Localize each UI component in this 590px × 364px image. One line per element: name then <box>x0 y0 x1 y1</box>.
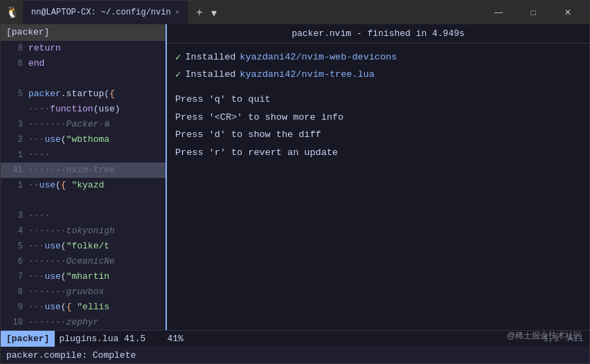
minimize-button[interactable]: — <box>483 1 515 24</box>
packer-header: [packer] <box>1 24 166 41</box>
terminal-icon: 🐧 <box>6 6 19 19</box>
code-lines: 8 return 6 end 5 packer.startup({ <box>1 41 166 330</box>
file-name: plugins.lua 41.5 <box>59 334 145 344</box>
code-line-end: 6 end <box>1 56 166 71</box>
new-tab-button[interactable]: + <box>193 6 205 19</box>
packer-title: packer.nvim - finished in 4.949s <box>167 24 589 44</box>
press-cr-text: Press '<CR>' to show more info <box>175 112 343 122</box>
vim-mode-indicator: [packer] <box>1 331 55 347</box>
window-controls: — □ ✕ <box>483 1 584 24</box>
close-button[interactable]: ✕ <box>552 1 584 24</box>
spacer-1 <box>175 83 581 90</box>
tab-dropdown-button[interactable]: ▾ <box>208 6 220 19</box>
code-line-folke: 5 ···use("folke/t <box>1 239 166 254</box>
tab-close-button[interactable]: × <box>175 8 180 17</box>
status-file: plugins.lua 41.5 41% <box>59 334 183 344</box>
install-line-2: ✓ Installed kyazdani42/nvim-tree.lua <box>175 66 581 84</box>
terminal-window: 🐧 nn@LAPTOP-CX: ~/.config/nvin × + ▾ — □… <box>0 0 590 364</box>
file-percent: 41% <box>167 334 183 344</box>
active-tab[interactable]: nn@LAPTOP-CX: ~/.config/nvin × <box>23 1 188 24</box>
command-line: packer.compile: Complete <box>1 347 589 363</box>
plugin-name-1: kyazdani42/nvim-web-devicons <box>240 49 397 66</box>
packer-title-text: packer.nvim - finished in 4.949s <box>292 28 465 39</box>
code-line-mhartin: 7 ···use("mhartin <box>1 269 166 284</box>
code-line-1: 1 ···· <box>1 147 166 163</box>
check-icon-2: ✓ <box>175 66 181 84</box>
press-r-line: Press 'r' to revert an update <box>175 145 581 161</box>
press-cr-line: Press '<CR>' to show more info <box>175 109 581 126</box>
code-line-8: 8 return <box>1 41 166 56</box>
code-line-fn: ····function(use) <box>1 102 166 117</box>
editor-area: [packer] 8 return 6 end 5 packer.start <box>1 24 589 330</box>
press-d-text: Press 'd' to show the diff <box>175 129 321 140</box>
status-bar: [packer] plugins.lua 41.5 41% 1,1 All <box>1 330 589 347</box>
code-line-oceanic: 6 ····--·OceanicNe <box>1 254 166 269</box>
install-line-1: ✓ Installed kyazdani42/nvim-web-devicons <box>175 49 581 66</box>
code-line-gruvbox: 8 ····--·gruvbox <box>1 284 166 300</box>
code-line-blank1 <box>1 71 166 87</box>
code-line-use-kyazd: 1 ··use({ "kyazd <box>1 178 166 193</box>
command-text: packer.compile: Complete <box>6 350 136 361</box>
press-q-line: Press 'q' to quit <box>175 91 581 108</box>
code-line-ellis: 9 ···use({ "ellis <box>1 300 166 315</box>
press-d-line: Press 'd' to show the diff <box>175 127 581 143</box>
press-q-text: Press 'q' to quit <box>175 94 271 104</box>
code-line-2: 2 ···use("wbthoma <box>1 132 166 147</box>
tab-bar: nn@LAPTOP-CX: ~/.config/nvin × + ▾ <box>23 1 483 24</box>
code-line-tokyonigh: 4 ····--·tokyonigh <box>1 224 166 239</box>
packer-output-pane: packer.nvim - finished in 4.949s ✓ Insta… <box>166 24 589 330</box>
code-line-dots3: 3 ···· <box>1 208 166 224</box>
check-icon-1: ✓ <box>175 49 181 66</box>
code-line-41: 41 ····--·nvim-tree <box>1 163 166 178</box>
packer-output-content: ✓ Installed kyazdani42/nvim-web-devicons… <box>167 44 589 330</box>
code-line-3: 3 ····--·Packer·⊠ <box>1 117 166 132</box>
tab-controls: + ▾ <box>193 6 219 19</box>
code-line-blank2 <box>1 193 166 208</box>
plugin-name-2: kyazdani42/nvim-tree.lua <box>240 66 374 83</box>
packer-header-label: [packer] <box>6 26 49 39</box>
tab-label: nn@LAPTOP-CX: ~/.config/nvin <box>31 8 171 17</box>
titlebar: 🐧 nn@LAPTOP-CX: ~/.config/nvin × + ▾ — □… <box>1 1 589 24</box>
mode-text: [packer] <box>6 334 49 344</box>
maximize-button[interactable]: □ <box>517 1 549 24</box>
code-line-zephyr: 10 ····--·zephyr <box>1 315 166 330</box>
press-r-text: Press 'r' to revert an update <box>175 147 338 158</box>
code-editor-pane: [packer] 8 return 6 end 5 packer.start <box>1 24 166 330</box>
code-line-5: 5 packer.startup({ <box>1 87 166 102</box>
watermark: @稀土掘金技术社区 <box>507 330 582 342</box>
